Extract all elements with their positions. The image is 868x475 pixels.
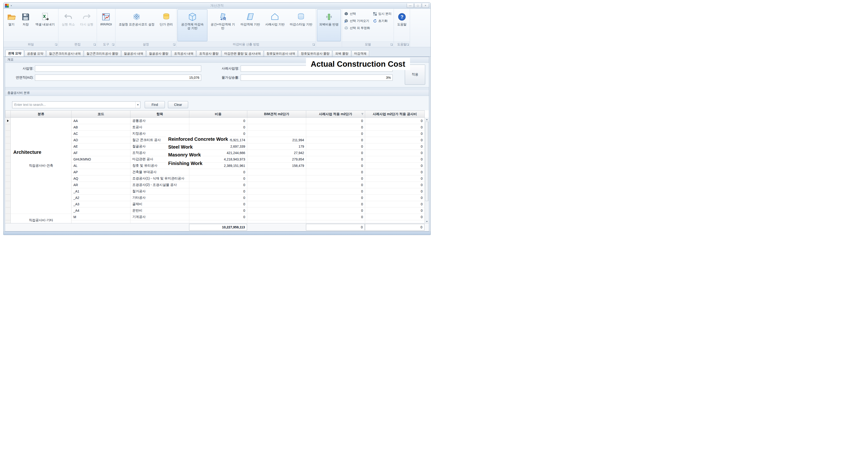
cell-case_unit[interactable]: 0: [306, 131, 365, 137]
inflation-input[interactable]: 3%: [241, 74, 393, 81]
cell-case_cost[interactable]: 0: [365, 182, 425, 188]
cell-bim_unit[interactable]: 179: [247, 143, 306, 150]
cell-case_cost[interactable]: 0: [365, 169, 425, 175]
cell-case_unit[interactable]: 0: [306, 156, 365, 163]
cell-code[interactable]: GHIJKMNO: [71, 156, 130, 163]
tab-9[interactable]: 마감관련 물량 및 공사내역: [222, 50, 264, 57]
ribbon-button-space-finish[interactable]: R공간+마감객체 기반: [208, 9, 238, 41]
cell-case_cost[interactable]: 0: [365, 214, 425, 220]
tab-2[interactable]: 공종별 요약: [25, 50, 46, 57]
cell-cost[interactable]: 2,697,339: [189, 143, 247, 150]
cell-bim_unit[interactable]: [247, 188, 306, 195]
close-button[interactable]: ×: [422, 4, 429, 8]
cell-case_unit[interactable]: 0: [306, 207, 365, 214]
cell-case_cost[interactable]: 0: [365, 175, 425, 182]
cell-code[interactable]: _A1: [71, 188, 130, 195]
cell-code[interactable]: AD: [71, 137, 130, 143]
ribbon-button-save[interactable]: 저장: [19, 9, 33, 41]
group-dialog-launcher-icon[interactable]: [173, 43, 175, 45]
cell-item[interactable]: 공통공사: [130, 118, 189, 124]
cell-cost[interactable]: 0: [189, 207, 247, 214]
tab-1[interactable]: 전체 요약: [5, 50, 24, 57]
cell-code[interactable]: AP: [71, 169, 130, 175]
cell-item[interactable]: [130, 220, 189, 223]
cell-item[interactable]: 골재비: [130, 201, 189, 207]
cell-case_cost[interactable]: 0: [365, 143, 425, 150]
cell-bim_unit[interactable]: 27,942: [247, 150, 306, 156]
project-name-input[interactable]: [35, 66, 201, 72]
clear-button[interactable]: Clear: [168, 101, 188, 108]
cell-case_unit[interactable]: 0: [306, 195, 365, 201]
cell-case_unit[interactable]: 0: [306, 137, 365, 143]
column-header-category[interactable]: 분류: [11, 111, 71, 118]
cell-code[interactable]: AE: [71, 143, 130, 150]
ribbon-button-reset[interactable]: 초기화: [373, 19, 392, 23]
cell-cost[interactable]: 0: [189, 169, 247, 175]
cell-bim_unit[interactable]: [247, 220, 306, 223]
cell-item[interactable]: 토공사: [130, 124, 189, 131]
cell-code[interactable]: _A4: [71, 207, 130, 214]
ribbon-button-exterior-wall[interactable]: 외벽비용 반영: [317, 9, 341, 41]
cell-code[interactable]: AB: [71, 124, 130, 131]
cell-cost[interactable]: 0: [189, 182, 247, 188]
row-header-cell[interactable]: [5, 169, 11, 175]
cell-cost[interactable]: 0: [189, 175, 247, 182]
row-header-cell[interactable]: [5, 118, 11, 124]
cell-bim_unit[interactable]: [247, 214, 306, 220]
table-row[interactable]: 직접공사비-건축AA공통공사000: [5, 118, 425, 124]
vertical-scrollbar[interactable]: [425, 117, 429, 223]
group-dialog-launcher-icon[interactable]: [112, 43, 114, 45]
row-header-cell[interactable]: [5, 175, 11, 182]
row-header-cell[interactable]: [5, 137, 11, 143]
cell-bim_unit[interactable]: [247, 201, 306, 207]
cell-case_cost[interactable]: 0: [365, 195, 425, 201]
cell-bim_unit[interactable]: [247, 169, 306, 175]
ribbon-button-standard-code-settings[interactable]: 조달청 표준공사코드 설정: [116, 9, 157, 41]
cell-code[interactable]: M: [71, 214, 130, 220]
tab-6[interactable]: 철골공사 물량: [146, 50, 171, 57]
ribbon-button-temp-isolate[interactable]: 임시 분리: [373, 12, 392, 16]
cell-item[interactable]: 조경공사(2) - 조경시설물 공사: [130, 182, 189, 188]
column-header-cost[interactable]: 비용: [189, 111, 247, 118]
cell-case_cost[interactable]: 0: [365, 163, 425, 169]
cell-cost[interactable]: 0: [189, 214, 247, 220]
ribbon-button-finish-object[interactable]: 마감객체 기반: [238, 9, 262, 41]
row-header-cell[interactable]: [5, 220, 11, 223]
row-header-cell[interactable]: [5, 195, 11, 201]
filter-icon[interactable]: [361, 112, 364, 116]
floor-area-input[interactable]: 15,076: [35, 74, 201, 81]
cell-code[interactable]: AL: [71, 163, 130, 169]
group-dialog-launcher-icon[interactable]: [313, 43, 315, 45]
row-header-cell[interactable]: [5, 182, 11, 188]
cell-cost[interactable]: 0: [189, 118, 247, 124]
cell-item[interactable]: 철거공사: [130, 188, 189, 195]
maximize-button[interactable]: □: [414, 4, 422, 8]
cell-case_cost[interactable]: 0: [365, 150, 425, 156]
cell-case_unit[interactable]: 0: [306, 118, 365, 124]
cell-code[interactable]: [71, 220, 130, 223]
cell-case_unit[interactable]: 0: [306, 188, 365, 195]
ribbon-button-unit-price[interactable]: 단가 관리: [157, 9, 175, 41]
cell-code[interactable]: _A3: [71, 201, 130, 207]
ribbon-button-finish-style[interactable]: 마감스타일 기반: [287, 9, 315, 41]
cell-bim_unit[interactable]: [247, 195, 306, 201]
cell-cost[interactable]: 0: [189, 201, 247, 207]
cell-code[interactable]: AF: [71, 150, 130, 156]
tab-3[interactable]: 철근콘크리트공사 내역: [46, 50, 83, 57]
scrollbar-thumb[interactable]: [425, 122, 429, 201]
column-header-bim-unit-price[interactable]: BIM견적 m2단가: [247, 111, 306, 118]
column-header-code[interactable]: 코드: [71, 111, 130, 118]
row-header-cell[interactable]: [5, 143, 11, 150]
cell-item[interactable]: 건축물 부대공사: [130, 169, 189, 175]
cell-item[interactable]: 기계공사: [130, 214, 189, 220]
cell-cost[interactable]: 0: [189, 124, 247, 131]
row-header-cell[interactable]: [5, 207, 11, 214]
scroll-down-icon[interactable]: [425, 219, 429, 223]
row-header-cell[interactable]: [5, 163, 11, 169]
tab-11[interactable]: 창호및유리공사 물량: [298, 50, 332, 57]
cell-item[interactable]: 기타공사: [130, 195, 189, 201]
tab-10[interactable]: 창호및유리공사 내역: [264, 50, 298, 57]
cell-code[interactable]: AQ: [71, 175, 130, 182]
row-header-cell[interactable]: [5, 201, 11, 207]
cell-case_unit[interactable]: 0: [306, 182, 365, 188]
